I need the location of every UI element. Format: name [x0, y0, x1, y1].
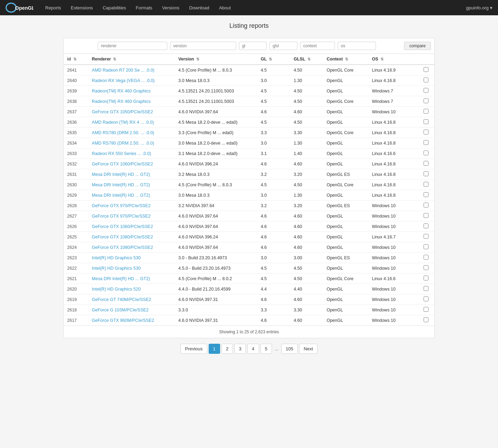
filter-renderer-input[interactable]	[98, 42, 167, 50]
cell-renderer[interactable]: Mesa DRI Intel(R) HD ... GT2)	[88, 190, 175, 201]
renderer-link[interactable]: Radeon RX Vega (VEGA ... .0.0)	[92, 78, 155, 83]
prev-button[interactable]: Previous	[180, 344, 207, 354]
cell-checkbox[interactable]	[418, 107, 434, 117]
cell-renderer[interactable]: GeForce GT 740M/PCIe/SSE2	[88, 294, 175, 305]
cell-renderer[interactable]: GeForce GTX 970/PCIe/SSE2	[88, 201, 175, 211]
filter-glsl-input[interactable]	[270, 42, 297, 50]
cell-checkbox[interactable]	[418, 169, 434, 180]
renderer-link[interactable]: GeForce GTX 970/PCIe/SSE2	[92, 214, 151, 219]
cell-renderer[interactable]: Radeon RX Vega (VEGA ... .0.0)	[88, 75, 175, 86]
cell-checkbox[interactable]	[418, 138, 434, 148]
page-105-button[interactable]: 105	[281, 344, 298, 354]
renderer-link[interactable]: Intel(R) HD Graphics 530	[92, 255, 140, 260]
cell-checkbox[interactable]	[418, 232, 434, 242]
renderer-link[interactable]: Mesa DRI Intel(R) HD ... GT2)	[92, 182, 150, 187]
cell-renderer[interactable]: AMD RS780 (DRM 2.50. ... .0.0)	[88, 128, 175, 138]
renderer-link[interactable]: Radeon(TM) RX 460 Graphics	[92, 99, 151, 104]
renderer-link[interactable]: GeForce GT 740M/PCIe/SSE2	[92, 297, 151, 302]
page-2-button[interactable]: 2	[222, 344, 233, 354]
cell-renderer[interactable]: Radeon RX 550 Series ... .0.0)	[88, 148, 175, 159]
row-select-checkbox[interactable]	[424, 161, 428, 166]
nav-formats[interactable]: Formats	[131, 1, 157, 15]
cell-renderer[interactable]: GeForce GTX 1050/PCIe/SSE2	[88, 107, 175, 117]
cell-renderer[interactable]: GeForce GTX 970/PCIe/SSE2	[88, 211, 175, 221]
cell-checkbox[interactable]	[418, 96, 434, 107]
cell-checkbox[interactable]	[418, 294, 434, 305]
cell-checkbox[interactable]	[418, 284, 434, 294]
row-select-checkbox[interactable]	[424, 203, 428, 207]
col-header-os[interactable]: OS ⇅	[368, 54, 418, 65]
cell-checkbox[interactable]	[418, 274, 434, 284]
brand[interactable]: OpenGL	[6, 2, 33, 13]
renderer-link[interactable]: GeForce GTX 1080/PCIe/SSE2	[92, 235, 153, 239]
cell-renderer[interactable]: Mesa DRI Intel(R) HD ... GT2)	[88, 169, 175, 180]
row-select-checkbox[interactable]	[424, 286, 428, 291]
renderer-link[interactable]: GeForce G 103M/PCIe/SSE2	[92, 308, 148, 312]
col-header-version[interactable]: Version ⇅	[175, 54, 257, 65]
cell-checkbox[interactable]	[418, 180, 434, 190]
cell-renderer[interactable]: GeForce GTX 1080/PCIe/SSE2	[88, 242, 175, 253]
cell-renderer[interactable]: GeForce GTX 1060/PCIe/SSE2	[88, 221, 175, 232]
row-select-checkbox[interactable]	[424, 276, 428, 280]
row-select-checkbox[interactable]	[424, 234, 428, 239]
cell-checkbox[interactable]	[418, 75, 434, 86]
cell-renderer[interactable]: Intel(R) HD Graphics 520	[88, 284, 175, 294]
row-select-checkbox[interactable]	[424, 255, 428, 260]
cell-renderer[interactable]: GeForce GTX 960M/PCIe/SSE2	[88, 315, 175, 326]
renderer-link[interactable]: Mesa DRI Intel(R) HD ... GT2)	[92, 193, 150, 198]
cell-checkbox[interactable]	[418, 242, 434, 253]
cell-renderer[interactable]: GeForce GTX 1080/PCIe/SSE2	[88, 232, 175, 242]
row-select-checkbox[interactable]	[424, 244, 428, 249]
row-select-checkbox[interactable]	[424, 67, 428, 72]
renderer-link[interactable]: AMD RS780 (DRM 2.50. ... .0.0)	[92, 130, 154, 135]
nav-capabilities[interactable]: Capabilities	[98, 1, 131, 15]
cell-renderer[interactable]: GeForce GTX 1060/PCIe/SSE2	[88, 159, 175, 169]
cell-checkbox[interactable]	[418, 148, 434, 159]
cell-checkbox[interactable]	[418, 117, 434, 128]
row-select-checkbox[interactable]	[424, 171, 428, 176]
cell-checkbox[interactable]	[418, 253, 434, 263]
page-5-button[interactable]: 5	[260, 344, 272, 354]
renderer-link[interactable]: AMD RS780 (DRM 2.50. ... .0.0)	[92, 141, 154, 146]
nav-download[interactable]: Download	[184, 1, 214, 15]
cell-renderer[interactable]: Radeon(TM) RX 460 Graphics	[88, 86, 175, 96]
row-select-checkbox[interactable]	[424, 213, 428, 218]
renderer-link[interactable]: GeForce GTX 1060/PCIe/SSE2	[92, 224, 153, 229]
renderer-link[interactable]: AMD Radeon (TM) RX 4 ... .0.0)	[92, 120, 154, 125]
renderer-link[interactable]: GeForce GTX 1080/PCIe/SSE2	[92, 245, 153, 250]
row-select-checkbox[interactable]	[424, 140, 428, 145]
page-4-button[interactable]: 4	[247, 344, 259, 354]
nav-versions[interactable]: Versions	[157, 1, 184, 15]
cell-checkbox[interactable]	[418, 305, 434, 315]
nav-right[interactable]: gpuinfo.org ▾	[466, 5, 492, 10]
col-header-renderer[interactable]: Renderer ⇅	[88, 54, 175, 65]
row-select-checkbox[interactable]	[424, 88, 428, 93]
cell-checkbox[interactable]	[418, 128, 434, 138]
row-select-checkbox[interactable]	[424, 182, 428, 187]
compare-button[interactable]: compare	[404, 42, 431, 50]
next-button[interactable]: Next	[299, 344, 318, 354]
cell-checkbox[interactable]	[418, 315, 434, 326]
page-3-button[interactable]: 3	[234, 344, 246, 354]
renderer-link[interactable]: Radeon(TM) RX 460 Graphics	[92, 89, 151, 93]
filter-context-input[interactable]	[300, 42, 335, 50]
filter-version-input[interactable]	[170, 42, 236, 50]
cell-checkbox[interactable]	[418, 65, 434, 75]
cell-renderer[interactable]: GeForce G 103M/PCIe/SSE2	[88, 305, 175, 315]
renderer-link[interactable]: Intel(R) HD Graphics 530	[92, 266, 140, 271]
col-header-glsl[interactable]: GLSL ⇅	[290, 54, 323, 65]
cell-renderer[interactable]: AMD RS780 (DRM 2.50. ... .0.0)	[88, 138, 175, 148]
renderer-link[interactable]: Mesa DRI Intel(R) HD ... GT2)	[92, 276, 150, 281]
cell-renderer[interactable]: Mesa DRI Intel(R) HD ... GT2)	[88, 274, 175, 284]
renderer-link[interactable]: GeForce GTX 960M/PCIe/SSE2	[92, 318, 154, 323]
renderer-link[interactable]: Intel(R) HD Graphics 520	[92, 287, 140, 292]
cell-checkbox[interactable]	[418, 86, 434, 96]
filter-gl-input[interactable]	[239, 42, 267, 50]
cell-renderer[interactable]: Mesa DRI Intel(R) HD ... GT2)	[88, 180, 175, 190]
cell-renderer[interactable]: Intel(R) HD Graphics 530	[88, 263, 175, 274]
row-select-checkbox[interactable]	[424, 98, 428, 103]
cell-checkbox[interactable]	[418, 159, 434, 169]
renderer-link[interactable]: Mesa DRI Intel(R) HD ... GT2)	[92, 172, 150, 177]
col-header-id[interactable]: id ⇅	[64, 54, 88, 65]
cell-renderer[interactable]: AMD Radeon (TM) RX 4 ... .0.0)	[88, 117, 175, 128]
